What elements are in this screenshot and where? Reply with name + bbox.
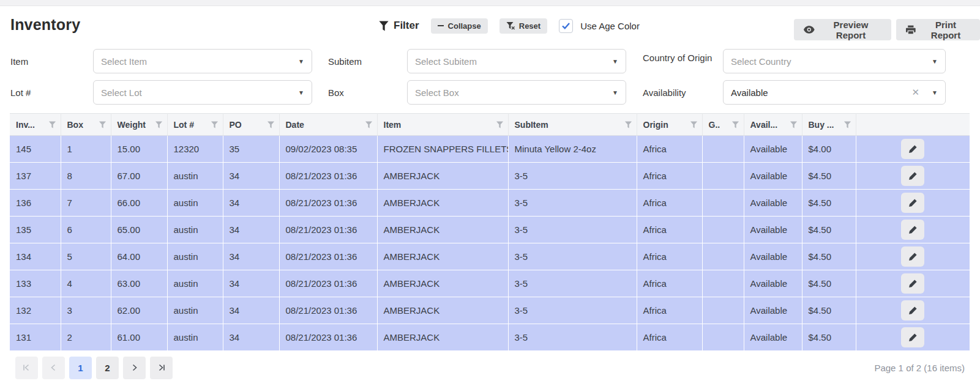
country-filter-label: Country of Origin [643, 53, 716, 63]
column-header[interactable]: Lot # [167, 114, 223, 136]
table-cell: Africa [637, 190, 702, 217]
column-header[interactable]: SubItem [508, 114, 637, 136]
table-cell: 64.00 [111, 243, 167, 270]
pencil-icon [908, 252, 918, 261]
box-select[interactable]: Select Box ▼ [407, 80, 626, 105]
column-header[interactable]: Buy ... [802, 114, 856, 136]
page-button-2[interactable]: 2 [96, 357, 119, 379]
column-filter-icon[interactable] [731, 120, 739, 128]
column-filter-icon[interactable] [790, 120, 798, 128]
item-select[interactable]: Select Item ▼ [93, 49, 312, 73]
table-header-row: Inv...BoxWeightLot #PODateItemSubItemOri… [10, 114, 970, 136]
table-cell: 136 [10, 190, 61, 217]
column-header[interactable]: Item [377, 114, 508, 136]
column-filter-icon[interactable] [99, 120, 107, 128]
table-row[interactable]: 145115.00123203509/02/2023 08:35FROZEN S… [10, 136, 970, 163]
column-header[interactable]: PO [223, 114, 279, 136]
table-cell: 7 [61, 190, 111, 217]
column-header[interactable]: Box [61, 114, 111, 136]
table-cell: 66.00 [111, 190, 167, 217]
edit-row-button[interactable] [901, 327, 924, 347]
first-page-button[interactable] [15, 357, 38, 379]
table-cell: $4.50 [802, 163, 856, 190]
filter-toolbar: Filter Collapse Reset Use Age Color [379, 18, 640, 34]
chevron-down-icon[interactable]: ▼ [932, 89, 938, 96]
window-top-strip [0, 0, 980, 6]
table-cell: Available [744, 243, 802, 270]
subitem-select[interactable]: Select Subitem ▼ [407, 49, 626, 73]
column-header[interactable]: Weight [111, 114, 167, 136]
chevron-down-icon[interactable]: ▼ [612, 89, 618, 96]
table-cell: 12320 [167, 136, 223, 163]
chevron-down-icon[interactable]: ▼ [298, 89, 304, 96]
column-filter-icon[interactable] [365, 120, 373, 128]
table-cell: AMBERJACK [377, 243, 508, 270]
table-row[interactable]: 133463.00austin3408/21/2023 01:36AMBERJA… [10, 270, 970, 297]
table-cell: 145 [10, 136, 61, 163]
availability-select[interactable]: Available ✕ ▼ [723, 80, 946, 105]
edit-row-button[interactable] [901, 166, 924, 186]
column-header[interactable]: Inv... [10, 114, 61, 136]
column-header[interactable]: Origin [637, 114, 702, 136]
previous-page-button[interactable] [42, 357, 65, 379]
table-row[interactable]: 131261.00austin3408/21/2023 01:36AMBERJA… [10, 324, 970, 351]
last-page-icon [157, 363, 166, 372]
preview-report-button[interactable]: Preview Report [794, 19, 891, 40]
country-select[interactable]: Select Country ▼ [723, 49, 946, 73]
chevron-down-icon[interactable]: ▼ [612, 58, 618, 65]
check-icon [562, 23, 570, 29]
edit-row-button[interactable] [901, 246, 924, 267]
lot-select[interactable]: Select Lot ▼ [93, 80, 312, 105]
table-cell: 65.00 [111, 217, 167, 243]
column-header[interactable]: Avail... [744, 114, 802, 136]
column-header[interactable]: G.. [702, 114, 744, 136]
close-icon[interactable]: ✕ [912, 87, 920, 98]
column-filter-icon[interactable] [48, 120, 56, 128]
table-row[interactable]: 137867.00austin3408/21/2023 01:36AMBERJA… [10, 163, 970, 190]
table-row[interactable]: 135665.00austin3408/21/2023 01:36AMBERJA… [10, 217, 970, 243]
chevron-down-icon[interactable]: ▼ [932, 58, 938, 65]
edit-row-button[interactable] [901, 300, 924, 320]
reset-filters-button[interactable]: Reset [499, 18, 547, 34]
edit-row-button[interactable] [901, 220, 924, 240]
table-row[interactable]: 134564.00austin3408/21/2023 01:36AMBERJA… [10, 243, 970, 270]
edit-cell [856, 324, 970, 351]
table-cell: Available [744, 297, 802, 324]
item-select-value: Select Item [101, 56, 293, 67]
table-cell: austin [167, 163, 223, 190]
print-report-button[interactable]: Print Report [896, 19, 980, 40]
table-row[interactable]: 136766.00austin3408/21/2023 01:36AMBERJA… [10, 190, 970, 217]
column-filter-icon[interactable] [843, 120, 851, 128]
edit-row-button[interactable] [901, 273, 924, 294]
edit-row-button[interactable] [901, 139, 924, 159]
column-filter-icon[interactable] [690, 120, 698, 128]
table-cell: 34 [223, 270, 279, 297]
chevron-down-icon[interactable]: ▼ [298, 58, 304, 65]
table-cell [702, 136, 744, 163]
table-cell: Available [744, 190, 802, 217]
table-cell [702, 324, 744, 351]
table-cell: Africa [637, 163, 702, 190]
edit-row-button[interactable] [901, 193, 924, 213]
column-filter-icon[interactable] [211, 120, 219, 128]
use-age-color-checkbox[interactable] [559, 19, 573, 33]
table-cell: austin [167, 217, 223, 243]
column-filter-icon[interactable] [496, 120, 504, 128]
column-filter-icon[interactable] [624, 120, 632, 128]
column-filter-icon[interactable] [155, 120, 163, 128]
table-cell: 61.00 [111, 324, 167, 351]
column-filter-icon[interactable] [267, 120, 275, 128]
edit-cell [856, 136, 970, 163]
table-cell: 34 [223, 163, 279, 190]
table-cell: Africa [637, 324, 702, 351]
table-row[interactable]: 132362.00austin3408/21/2023 01:36AMBERJA… [10, 297, 970, 324]
table-cell: 35 [223, 136, 279, 163]
column-header[interactable]: Date [279, 114, 377, 136]
page-summary: Page 1 of 2 (16 items) [874, 363, 970, 373]
page-buttons: 12 [69, 357, 123, 379]
collapse-button[interactable]: Collapse [431, 18, 488, 34]
last-page-button[interactable] [150, 357, 173, 379]
printer-icon [906, 25, 916, 35]
next-page-button[interactable] [123, 357, 146, 379]
page-button-1[interactable]: 1 [69, 357, 92, 379]
